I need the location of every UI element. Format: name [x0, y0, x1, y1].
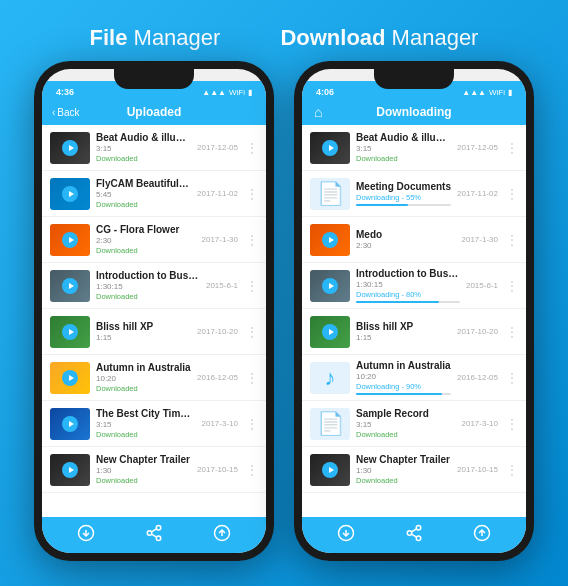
home-icon[interactable]: ⌂ [314, 104, 322, 120]
signal-icon: ▲▲▲ [202, 88, 226, 97]
more-icon[interactable]: ⋮ [504, 141, 518, 155]
more-icon[interactable]: ⋮ [244, 187, 258, 201]
progress-bar [356, 204, 408, 206]
svg-point-3 [147, 531, 152, 536]
file-duration: 3:15 [96, 144, 191, 153]
file-name: Sample Record [356, 408, 456, 419]
list-item[interactable]: Introduction to Business 101 1:30:15 Dow… [302, 263, 526, 309]
list-item[interactable]: Introduction to Business 101 1:30:15 Dow… [42, 263, 266, 309]
progress-bar-container [356, 393, 451, 395]
file-info-6: Autumn in Australia 10:20 Downloaded [96, 362, 191, 393]
svg-line-5 [151, 534, 156, 537]
file-info-4: Introduction to Business 101 1:30:15 Dow… [96, 270, 200, 301]
nav-title-right: Downloading [376, 105, 451, 119]
more-icon[interactable]: ⋮ [244, 371, 258, 385]
list-item[interactable]: 📄 Sample Record 3:15 Downloaded 2017-3-1… [302, 401, 526, 447]
list-item[interactable]: The Best City Timelapse 3:15 Downloaded … [42, 401, 266, 447]
more-icon[interactable]: ⋮ [244, 325, 258, 339]
file-name: New Chapter Trailer [356, 454, 451, 465]
svg-line-6 [151, 529, 156, 532]
svg-point-2 [156, 526, 161, 531]
list-item[interactable]: New Chapter Trailer 1:30 Downloaded 2017… [302, 447, 526, 493]
file-duration: 2:30 [356, 241, 456, 250]
more-icon[interactable]: ⋮ [504, 463, 518, 477]
progress-bar-container [356, 204, 451, 206]
file-status: Downloaded [356, 476, 451, 485]
list-item[interactable]: CG - Flora Flower 2:30 Downloaded 2017-1… [42, 217, 266, 263]
list-item[interactable]: ♪ Autumn in Australia 10:20 Downloading … [302, 355, 526, 401]
chevron-left-icon: ‹ [52, 107, 55, 118]
file-duration: 1:30 [356, 466, 451, 475]
left-header-title: File Manager [90, 25, 221, 51]
file-date: 2017-11-02 [457, 189, 498, 198]
list-item[interactable]: FlyCAM Beautiful Lake 5:45 Downloaded 20… [42, 171, 266, 217]
list-item[interactable]: Medo 2:30 2017-1-30 ⋮ [302, 217, 526, 263]
file-name: CG - Flora Flower [96, 224, 196, 235]
play-icon [322, 462, 338, 478]
music-icon: ♪ [325, 365, 336, 391]
svg-point-13 [416, 536, 421, 541]
nav-bar-left: ‹ Back Uploaded [42, 101, 266, 125]
thumb-r4 [310, 270, 350, 302]
play-icon [62, 416, 78, 432]
file-duration: 3:15 [356, 144, 451, 153]
more-icon[interactable]: ⋮ [244, 417, 258, 431]
thumb-r2-doc: 📄 [310, 178, 350, 210]
file-duration: 3:15 [356, 420, 456, 429]
tab-bar-left [42, 517, 266, 553]
more-icon[interactable]: ⋮ [504, 187, 518, 201]
play-icon [322, 140, 338, 156]
file-duration: 5:45 [96, 190, 191, 199]
file-info-r1: Beat Audio & illumination 3:15 Downloade… [356, 132, 451, 163]
file-date: 2015-6-1 [206, 281, 238, 290]
list-item[interactable]: Beat Audio & illumination 3:15 Downloade… [302, 125, 526, 171]
thumb-4 [50, 270, 90, 302]
tab-upload-icon[interactable] [213, 524, 231, 546]
file-duration: 2:30 [96, 236, 196, 245]
thumb-8 [50, 454, 90, 486]
file-date: 2017-12-05 [457, 143, 498, 152]
list-item[interactable]: 📄 Meeting Documents Downloading - 55% 20… [302, 171, 526, 217]
more-icon[interactable]: ⋮ [504, 325, 518, 339]
list-item[interactable]: Bliss hill XP 1:15 2017-10-20 ⋮ [302, 309, 526, 355]
file-name: Bliss hill XP [356, 321, 451, 332]
notch-right [374, 69, 454, 89]
play-icon [62, 462, 78, 478]
tab-share-icon[interactable] [405, 524, 423, 546]
file-duration: 3:15 [96, 420, 196, 429]
more-icon[interactable]: ⋮ [504, 279, 518, 293]
more-icon[interactable]: ⋮ [504, 233, 518, 247]
more-icon[interactable]: ⋮ [244, 141, 258, 155]
list-item[interactable]: Beat Audio & illumination 3:15 Downloade… [42, 125, 266, 171]
more-icon[interactable]: ⋮ [504, 417, 518, 431]
tab-download-icon[interactable] [77, 524, 95, 546]
thumb-r8 [310, 454, 350, 486]
more-icon[interactable]: ⋮ [504, 371, 518, 385]
svg-line-15 [411, 529, 416, 532]
list-item[interactable]: New Chapter Trailer 1:30 Downloaded 2017… [42, 447, 266, 493]
file-name: Introduction to Business 101 [96, 270, 200, 281]
header-row: File Manager Download Manager [0, 25, 568, 51]
file-name: Autumn in Australia [356, 360, 451, 371]
list-item[interactable]: Autumn in Australia 10:20 Downloaded 201… [42, 355, 266, 401]
tab-share-icon[interactable] [145, 524, 163, 546]
file-name: Medo [356, 229, 456, 240]
thumb-6 [50, 362, 90, 394]
more-icon[interactable]: ⋮ [244, 279, 258, 293]
list-item[interactable]: Bliss hill XP 1:15 2017-10-20 ⋮ [42, 309, 266, 355]
more-icon[interactable]: ⋮ [244, 463, 258, 477]
file-name: Bliss hill XP [96, 321, 191, 332]
file-info-8: New Chapter Trailer 1:30 Downloaded [96, 454, 191, 485]
play-icon [322, 324, 338, 340]
file-date: 2017-3-10 [202, 419, 238, 428]
signal-icon: ▲▲▲ [462, 88, 486, 97]
play-icon [62, 324, 78, 340]
play-icon [62, 278, 78, 294]
back-button-left[interactable]: ‹ Back [52, 107, 80, 118]
more-icon[interactable]: ⋮ [244, 233, 258, 247]
file-info-5: Bliss hill XP 1:15 [96, 321, 191, 342]
tab-download-icon[interactable] [337, 524, 355, 546]
play-icon [62, 140, 78, 156]
svg-point-4 [156, 536, 161, 541]
tab-upload-icon[interactable] [473, 524, 491, 546]
